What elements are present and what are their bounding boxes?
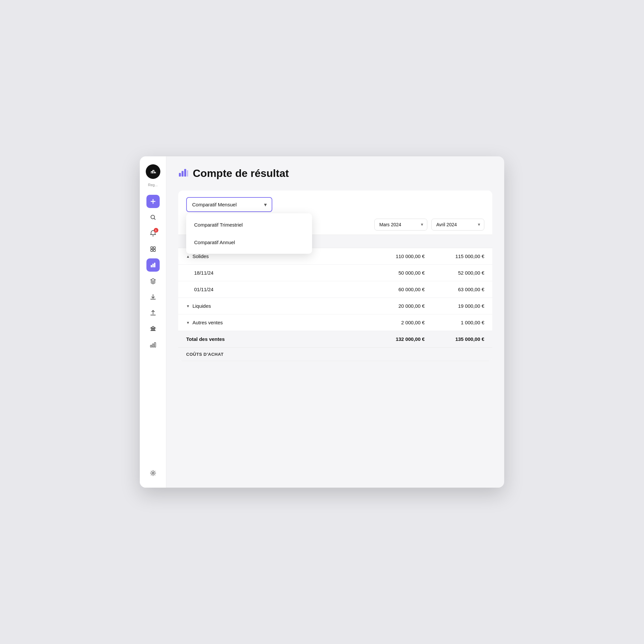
table-row-liquides: ▼ Liquides 20 000,00 € 19 000,00 € [178, 298, 492, 314]
row-value1-liquides: 20 000,00 € [365, 303, 425, 309]
table-row-date2: 01/11/24 60 000,00 € 63 000,00 € [178, 281, 492, 298]
app-logo[interactable] [146, 164, 160, 179]
row-label-autres-ventes: ▼ Autres ventes [186, 320, 365, 325]
main-window: Reg... 1 [140, 156, 504, 488]
page-header: Compte de résultat [178, 167, 492, 180]
row-label-total-ventes: Total des ventes [186, 336, 365, 342]
sidebar-item-reports[interactable] [146, 258, 160, 272]
month2-select[interactable]: Avril 2024 Janvier 2024 Février 2024 Mar… [431, 219, 484, 231]
row-value1-date1: 50 000,00 € [365, 270, 425, 276]
row-value2-autres-ventes: 1 000,00 € [425, 320, 484, 325]
row-value2-date1: 52 000,00 € [425, 270, 484, 276]
svg-rect-13 [152, 344, 154, 347]
sidebar-item-dashboard[interactable] [146, 242, 160, 256]
sidebar-item-analytics[interactable] [146, 338, 160, 351]
expand-icon-solides[interactable]: ▲ [186, 254, 190, 258]
notification-badge: 1 [154, 228, 158, 233]
svg-rect-8 [154, 263, 155, 267]
main-content: Compte de résultat Comparatif Mensuel Co… [166, 156, 504, 488]
sidebar-item-upload[interactable] [146, 306, 160, 319]
sidebar-item-notifications[interactable]: 1 [146, 227, 160, 240]
row-label-solides: ▲ Solides [186, 253, 365, 259]
page-title: Compte de résultat [193, 167, 289, 180]
sidebar-item-layers[interactable] [146, 274, 160, 288]
sidebar-item-settings[interactable] [146, 466, 160, 480]
svg-rect-7 [152, 264, 154, 267]
sidebar-item-bank[interactable] [146, 322, 160, 335]
svg-rect-18 [184, 169, 186, 177]
row-value1-autres-ventes: 2 000,00 € [365, 320, 425, 325]
svg-rect-3 [153, 247, 155, 249]
svg-rect-2 [151, 247, 153, 249]
table-row-autres-ventes: ▼ Autres ventes 2 000,00 € 1 000,00 € [178, 314, 492, 331]
svg-rect-17 [182, 171, 184, 177]
month1-dropdown-wrapper: Mars 2024 Janvier 2024 Février 2024 Avri… [374, 219, 427, 231]
row-value2-liquides: 19 000,00 € [425, 303, 484, 309]
comparison-select[interactable]: Comparatif Mensuel Comparatif Trimestrie… [186, 197, 272, 212]
comparison-dropdown-menu: Comparatif Trimestriel Comparatif Annuel [186, 213, 312, 254]
sidebar: Reg... 1 [140, 156, 166, 488]
page-icon [178, 167, 189, 180]
row-value2-total-ventes: 135 000,00 € [425, 336, 484, 342]
row-value1-date2: 60 000,00 € [365, 287, 425, 292]
sidebar-item-add[interactable] [146, 195, 160, 208]
sidebar-item-download[interactable] [146, 290, 160, 303]
svg-rect-5 [153, 249, 155, 251]
expand-icon-autres-ventes[interactable]: ▼ [186, 321, 190, 325]
comparison-dropdown-wrapper: Comparatif Mensuel Comparatif Trimestrie… [186, 197, 272, 212]
row-label-date1: 18/11/24 [194, 270, 365, 276]
table-row-date1: 18/11/24 50 000,00 € 52 000,00 € [178, 265, 492, 281]
svg-rect-4 [151, 249, 153, 251]
row-label-date2: 01/11/24 [194, 287, 365, 292]
svg-rect-14 [154, 343, 156, 347]
svg-rect-10 [153, 328, 153, 330]
expand-icon-liquides[interactable]: ▼ [186, 304, 190, 308]
row-value1-total-ventes: 132 000,00 € [365, 336, 425, 342]
month1-select[interactable]: Mars 2024 Janvier 2024 Février 2024 Avri… [374, 219, 427, 231]
row-value2-date2: 63 000,00 € [425, 287, 484, 292]
month2-dropdown-wrapper: Avril 2024 Janvier 2024 Février 2024 Mar… [431, 219, 484, 231]
svg-rect-16 [179, 173, 181, 177]
svg-rect-9 [151, 328, 152, 330]
svg-rect-6 [151, 265, 152, 267]
row-value2-solides: 115 000,00 € [425, 253, 484, 259]
svg-rect-12 [150, 345, 152, 347]
svg-rect-11 [154, 328, 155, 330]
sidebar-item-search[interactable] [146, 211, 160, 224]
table-row-total-ventes: Total des ventes 132 000,00 € 135 000,00… [178, 331, 492, 348]
dropdown-item-annuel[interactable]: Comparatif Annuel [186, 234, 312, 251]
dropdown-item-trimestriel[interactable]: Comparatif Trimestriel [186, 216, 312, 234]
svg-point-15 [152, 472, 154, 474]
section-header-couts-achat: COÛTS D'ACHAT [178, 348, 492, 361]
report-card: Comparatif Mensuel Comparatif Trimestrie… [178, 190, 492, 361]
row-label-liquides: ▼ Liquides [186, 303, 365, 309]
row-value1-solides: 110 000,00 € [365, 253, 425, 259]
brand-label: Reg... [148, 183, 158, 187]
svg-rect-19 [187, 170, 188, 177]
